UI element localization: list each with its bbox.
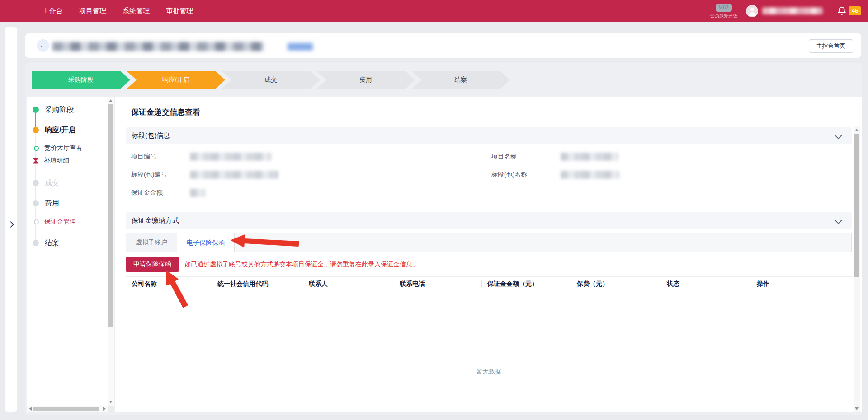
field-value-redacted <box>190 171 278 179</box>
stage-label: 响应/开启 <box>45 126 75 135</box>
stage-label: 竞价大厅查看 <box>44 144 82 152</box>
username-redacted <box>762 7 823 14</box>
scroll-left-arrow-icon[interactable] <box>29 407 32 411</box>
field-label: 项目名称 <box>491 153 517 160</box>
scroll-right-arrow-icon[interactable] <box>103 407 106 411</box>
sidebar-stage-item[interactable]: 结案 <box>27 238 59 248</box>
notification-count-badge: 46 <box>849 6 861 15</box>
process-step: 响应/开启 <box>127 71 225 89</box>
collapse-chevron-down-icon[interactable] <box>835 132 842 140</box>
stage-dot-icon <box>33 240 39 246</box>
deposit-method-tab[interactable]: 电子保险保函 <box>177 233 235 252</box>
nav-menu-item[interactable]: 审批管理 <box>166 7 193 15</box>
field-value-redacted <box>190 189 205 197</box>
app-window: 工作台项目管理系统管理审批管理 VIP 会员服务升级 46 ← 主控台首页 <box>0 0 868 420</box>
info-field: 项目编号 <box>131 152 156 161</box>
main-menu: 工作台项目管理系统管理审批管理 <box>42 0 193 22</box>
stage-label: 保证金管理 <box>44 218 76 226</box>
expand-panel-chevron-icon[interactable] <box>8 221 14 228</box>
process-step: 成交 <box>222 71 320 89</box>
info-field: 标段(包)编号 <box>131 170 167 179</box>
stage-dot-icon <box>33 200 39 206</box>
stage-label: 结案 <box>45 238 59 248</box>
nav-menu-item[interactable]: 系统管理 <box>123 7 150 15</box>
scrollbar-thumb[interactable] <box>854 134 859 277</box>
vip-icon: VIP <box>716 4 732 12</box>
stage-dot-icon <box>33 107 39 113</box>
field-label: 标段(包)编号 <box>131 171 167 178</box>
stage-label: 成交 <box>45 178 59 188</box>
table-header-cell: 联系电话 <box>394 277 481 291</box>
apply-insurance-guarantee-button[interactable]: 申请保险保函 <box>126 257 179 272</box>
section-header-package-info: 标段(包)信息 <box>126 127 852 144</box>
stage-label: 费用 <box>45 199 59 208</box>
collapse-chevron-down-icon[interactable] <box>835 217 842 224</box>
vip-caption: 会员服务升级 <box>708 13 740 19</box>
status-chip-redacted <box>288 43 313 51</box>
scroll-down-arrow-icon[interactable] <box>855 407 859 410</box>
sidebar-horizontal-scrollbar[interactable] <box>27 406 108 412</box>
console-home-button[interactable]: 主控台首页 <box>809 39 853 53</box>
divider <box>832 6 832 16</box>
stage-dot-icon <box>34 219 39 224</box>
section-title: 保证金缴纳方式 <box>132 216 179 225</box>
process-step: 采购阶段 <box>32 71 130 89</box>
notification-bell-icon[interactable] <box>837 6 847 16</box>
sidebar-vertical-scrollbar[interactable] <box>108 97 114 406</box>
deposit-method-tabs: 虚拟子账户电子保险保函 <box>126 233 852 252</box>
project-title-redacted <box>52 42 264 51</box>
nav-menu-item[interactable]: 工作台 <box>42 7 63 15</box>
sidebar-stage-item[interactable]: 成交 <box>27 177 59 188</box>
empty-table-placeholder: 暂无数据 <box>126 368 852 376</box>
vip-upgrade[interactable]: VIP 会员服务升级 <box>708 3 740 19</box>
sidebar-stage-item[interactable]: 竞价大厅查看 <box>27 143 82 154</box>
top-navigation-bar: 工作台项目管理系统管理审批管理 VIP 会员服务升级 46 <box>0 0 868 22</box>
table-header-cell: 保证金金额（元） <box>481 277 571 291</box>
sidebar-stage-item[interactable]: 采购阶段 <box>27 104 74 115</box>
info-field: 保证金金额 <box>131 188 163 197</box>
person-icon <box>748 7 756 16</box>
field-label: 项目编号 <box>131 153 156 160</box>
stage-dot-icon <box>33 180 39 186</box>
section-title: 标段(包)信息 <box>132 131 170 140</box>
field-value-redacted <box>561 171 619 179</box>
table-header-cell: 统一社会信用代码 <box>212 277 303 291</box>
stage-label: 补填明细 <box>44 157 69 165</box>
field-label: 保证金金额 <box>131 189 163 196</box>
process-step: 费用 <box>316 71 415 89</box>
field-value-redacted <box>561 153 618 161</box>
info-field: 项目名称 <box>491 152 517 161</box>
sidebar-stage-item[interactable]: 保证金管理 <box>27 216 76 227</box>
scroll-down-arrow-icon[interactable] <box>109 401 113 403</box>
content-vertical-scrollbar[interactable] <box>854 126 860 412</box>
sidebar-stage-item[interactable]: 费用 <box>27 198 59 209</box>
scrollbar-corner <box>108 406 114 412</box>
breadcrumb-bar: ← 主控台首页 <box>25 33 861 58</box>
section-header-deposit-method: 保证金缴纳方式 <box>126 212 852 229</box>
field-value-redacted <box>190 153 271 161</box>
scrollbar-thumb[interactable] <box>108 104 113 327</box>
info-field: 标段(包)名称 <box>491 170 527 179</box>
back-button[interactable]: ← <box>37 39 49 52</box>
stage-dot-icon <box>33 127 39 133</box>
table-header-cell: 联系人 <box>303 277 394 291</box>
stage-dot-icon <box>34 146 39 151</box>
scroll-up-arrow-icon[interactable] <box>855 129 859 131</box>
table-header-cell: 状态 <box>661 277 751 291</box>
scroll-up-arrow-icon[interactable] <box>109 99 113 102</box>
process-step: 结案 <box>411 71 510 89</box>
content-panel <box>115 97 862 412</box>
table-header-cell: 操作 <box>751 277 852 291</box>
collapsed-side-strip <box>5 27 17 412</box>
sidebar-stage-item[interactable]: 响应/开启 <box>27 125 75 135</box>
nav-menu-item[interactable]: 项目管理 <box>79 7 106 15</box>
duplicate-deposit-warning: 如已通过虚拟子账号或其他方式递交本项目保证金，请勿重复在此录入保证金信息。 <box>184 261 419 269</box>
guarantee-table-header: 公司名称统一社会信用代码联系人联系电话保证金金额（元）保费（元）状态操作 <box>126 276 852 291</box>
field-label: 标段(包)名称 <box>491 171 527 178</box>
stage-label: 采购阶段 <box>45 105 74 115</box>
user-avatar[interactable] <box>746 5 758 17</box>
scrollbar-thumb[interactable] <box>33 407 99 411</box>
sidebar-stage-item[interactable]: 补填明细 <box>27 155 69 166</box>
deposit-method-tab[interactable]: 虚拟子账户 <box>126 233 177 252</box>
table-header-cell: 保费（元） <box>571 277 661 291</box>
